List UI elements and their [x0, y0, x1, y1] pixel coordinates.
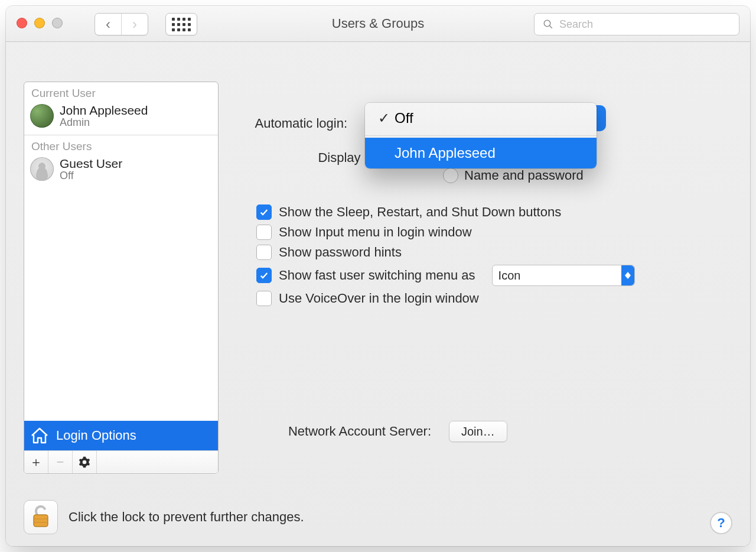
close-window-button[interactable]: [17, 18, 27, 28]
option-label: Show fast user switching menu as: [279, 268, 475, 283]
select-end-cap: [595, 105, 606, 131]
menu-item-off[interactable]: ✓ Off: [365, 103, 597, 134]
user-name: Guest User: [60, 157, 122, 170]
footer-text: Click the lock to prevent further change…: [69, 509, 304, 525]
menu-separator: [365, 135, 597, 136]
svg-point-0: [544, 20, 550, 27]
toolbar: ‹ › Users & Groups: [6, 6, 750, 42]
back-button[interactable]: ‹: [95, 14, 121, 35]
option-label: Use VoiceOver in the login window: [279, 291, 479, 306]
avatar: [30, 104, 54, 128]
radio-name-and-password[interactable]: [443, 168, 458, 183]
network-account-server-label: Network Account Server:: [230, 424, 437, 439]
gear-icon: [79, 456, 90, 468]
automatic-login-label: Automatic login:: [230, 116, 353, 131]
help-button[interactable]: ?: [710, 512, 732, 534]
automatic-login-menu[interactable]: ✓ Off John Appleseed: [365, 103, 597, 168]
chevron-right-icon: ›: [132, 17, 137, 31]
lock-button[interactable]: [24, 500, 58, 534]
user-status: Off: [60, 170, 122, 182]
grid-icon: [172, 18, 191, 31]
nav-buttons: ‹ ›: [94, 13, 148, 35]
radio-label: Name and password: [464, 168, 584, 183]
search-input[interactable]: [558, 18, 731, 31]
user-role: Admin: [60, 117, 148, 129]
checkbox[interactable]: [256, 225, 272, 240]
sidebar-user-current[interactable]: John Appleseed Admin: [24, 101, 218, 132]
footer: Click the lock to prevent further change…: [24, 500, 732, 534]
add-user-button[interactable]: ＋: [24, 451, 48, 473]
sidebar-login-options[interactable]: Login Options: [24, 421, 218, 450]
minimize-window-button[interactable]: [34, 18, 45, 28]
checkbox[interactable]: [256, 204, 272, 220]
select-value: Icon: [498, 269, 521, 283]
avatar: [30, 157, 54, 181]
checkbox[interactable]: [256, 245, 272, 260]
option-label: Show password hints: [279, 245, 402, 260]
users-sidebar: Current User John Appleseed Admin Other …: [24, 82, 219, 474]
sidebar-section-current: Current User: [24, 82, 218, 101]
option-password-hints[interactable]: Show password hints: [256, 245, 732, 260]
sidebar-section-other: Other Users: [24, 135, 218, 154]
join-button-label: Join…: [461, 425, 495, 439]
svg-marker-3: [625, 275, 631, 279]
join-button[interactable]: Join…: [449, 421, 507, 442]
menu-item-label: Off: [395, 110, 413, 126]
search-icon: [543, 19, 553, 30]
sidebar-user-guest[interactable]: Guest User Off: [24, 154, 218, 186]
check-icon: ✓: [377, 110, 391, 126]
menu-item-john-appleseed[interactable]: John Appleseed: [365, 138, 597, 168]
option-voiceover[interactable]: Use VoiceOver in the login window: [256, 291, 732, 306]
checkbox[interactable]: [256, 291, 272, 306]
option-label: Show Input menu in login window: [279, 225, 472, 240]
user-name: John Appleseed: [60, 103, 148, 117]
stepper-icon: [621, 265, 634, 285]
menu-item-label: John Appleseed: [395, 145, 496, 161]
option-sleep-restart-shutdown[interactable]: Show the Sleep, Restart, and Shut Down b…: [256, 204, 732, 220]
checkbox[interactable]: [256, 268, 272, 283]
lock-open-icon: [31, 505, 51, 529]
option-input-menu[interactable]: Show Input menu in login window: [256, 225, 732, 240]
remove-user-button[interactable]: −: [48, 451, 73, 473]
actions-menu-button[interactable]: [73, 451, 97, 473]
home-icon: [30, 427, 49, 444]
option-fast-user-switching[interactable]: Show fast user switching menu as Icon: [256, 265, 732, 286]
zoom-window-button[interactable]: [52, 18, 63, 28]
search-field[interactable]: [534, 13, 739, 35]
option-label: Show the Sleep, Restart, and Shut Down b…: [279, 204, 561, 220]
login-options-label: Login Options: [56, 428, 136, 443]
sidebar-toolbar: ＋ −: [24, 450, 218, 473]
window-controls: [17, 18, 63, 28]
svg-line-1: [549, 25, 552, 28]
chevron-left-icon: ‹: [106, 17, 110, 31]
show-all-button[interactable]: [165, 13, 197, 35]
help-icon: ?: [717, 515, 725, 531]
fast-user-switching-select[interactable]: Icon: [492, 265, 635, 286]
forward-button[interactable]: ›: [121, 14, 148, 35]
preferences-window: ‹ › Users & Groups Current User: [6, 6, 750, 546]
svg-rect-4: [34, 515, 48, 527]
